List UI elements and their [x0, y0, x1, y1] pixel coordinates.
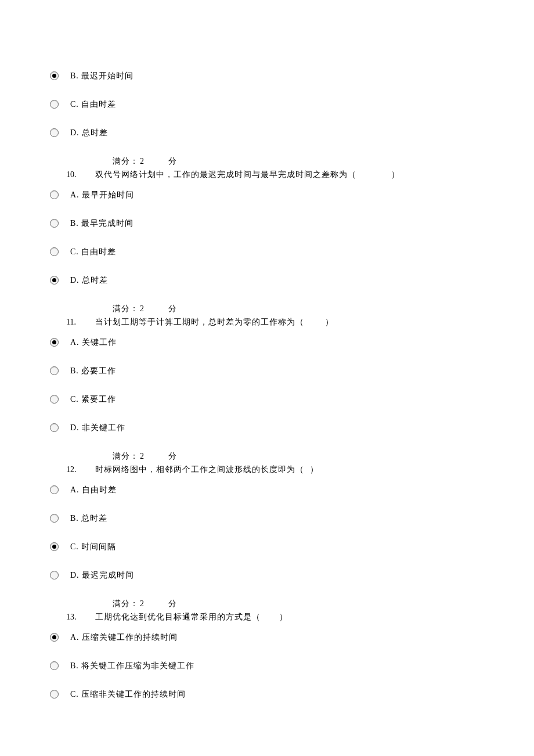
option-row: B. 最迟开始时间 — [50, 70, 484, 82]
radio-button[interactable] — [50, 276, 59, 285]
option-text: B. 总时差 — [63, 512, 107, 524]
question-options: A. 最早开始时间 B. 最早完成时间 C. 自由时差 D. 总时差 — [50, 189, 484, 286]
radio-button[interactable] — [50, 571, 59, 579]
radio-button[interactable] — [50, 190, 59, 199]
option-row: C. 自由时差 — [50, 246, 484, 258]
option-text: C. 自由时差 — [63, 246, 116, 258]
option-text: A. 关键工作 — [63, 336, 117, 348]
radio-button[interactable] — [50, 71, 59, 80]
radio-button[interactable] — [50, 514, 59, 523]
option-row: C. 时间间隔 — [50, 541, 484, 553]
option-row: D. 非关键工作 — [50, 422, 484, 434]
radio-button[interactable] — [50, 395, 59, 404]
radio-button[interactable] — [50, 100, 59, 109]
option-row: B. 最早完成时间 — [50, 217, 484, 229]
radio-button[interactable] — [50, 542, 59, 551]
radio-button[interactable] — [50, 338, 59, 347]
option-row: B. 总时差 — [50, 512, 484, 524]
question-text: 11.当计划工期等于计算工期时，总时差为零的工作称为（） — [50, 316, 484, 328]
option-row: D. 最迟完成时间 — [50, 569, 484, 581]
question-text: 10.双代号网络计划中，工作的最迟完成时间与最早完成时间之差称为（） — [50, 168, 484, 181]
option-text: A. 自由时差 — [63, 484, 117, 496]
option-row: C. 紧要工作 — [50, 393, 484, 405]
option-row: B. 必要工作 — [50, 365, 484, 377]
score-line: 满分：2分 — [50, 155, 484, 167]
option-row: D. 总时差 — [50, 127, 484, 139]
radio-button[interactable] — [50, 485, 59, 494]
option-text: B. 最早完成时间 — [63, 217, 134, 229]
option-row: C. 压缩非关键工作的持续时间 — [50, 688, 484, 700]
radio-button[interactable] — [50, 690, 59, 699]
radio-button[interactable] — [50, 366, 59, 375]
option-text: D. 总时差 — [63, 274, 108, 286]
option-row: A. 自由时差 — [50, 484, 484, 496]
radio-button[interactable] — [50, 661, 59, 670]
question-options: A. 压缩关键工作的持续时间 B. 将关键工作压缩为非关键工作 C. 压缩非关键… — [50, 631, 484, 700]
option-row: C. 自由时差 — [50, 98, 484, 110]
exam-page: B. 最迟开始时间 C. 自由时差 D. 总时差 满分：2分 10.双代号网络计… — [0, 0, 534, 751]
score-line: 满分：2分 — [50, 450, 484, 462]
option-text: C. 压缩非关键工作的持续时间 — [63, 688, 186, 700]
question-options: A. 关键工作 B. 必要工作 C. 紧要工作 D. 非关键工作 — [50, 336, 484, 434]
option-row: D. 总时差 — [50, 274, 484, 286]
option-text: D. 总时差 — [63, 127, 108, 139]
option-text: C. 紧要工作 — [63, 393, 116, 405]
radio-button[interactable] — [50, 423, 59, 432]
option-row: A. 关键工作 — [50, 336, 484, 348]
score-line: 满分：2分 — [50, 597, 484, 610]
radio-button[interactable] — [50, 128, 59, 137]
question-text: 13.工期优化达到优化目标通常采用的方式是（） — [50, 611, 484, 623]
option-text: B. 将关键工作压缩为非关键工作 — [63, 660, 194, 672]
option-text: A. 压缩关键工作的持续时间 — [63, 631, 178, 643]
radio-button[interactable] — [50, 247, 59, 256]
option-text: C. 自由时差 — [63, 98, 116, 110]
option-row: A. 压缩关键工作的持续时间 — [50, 631, 484, 643]
option-row: B. 将关键工作压缩为非关键工作 — [50, 660, 484, 672]
prelude-options: B. 最迟开始时间 C. 自由时差 D. 总时差 — [50, 70, 484, 139]
radio-button[interactable] — [50, 219, 59, 228]
option-text: A. 最早开始时间 — [63, 189, 134, 201]
option-text: B. 必要工作 — [63, 365, 116, 377]
option-text: D. 非关键工作 — [63, 422, 125, 434]
option-text: C. 时间间隔 — [63, 541, 116, 553]
option-text: B. 最迟开始时间 — [63, 70, 134, 82]
score-line: 满分：2分 — [50, 303, 484, 315]
question-text: 12.时标网络图中，相邻两个工作之间波形线的长度即为（） — [50, 463, 484, 476]
question-options: A. 自由时差 B. 总时差 C. 时间间隔 D. 最迟完成时间 — [50, 484, 484, 581]
option-row: A. 最早开始时间 — [50, 189, 484, 201]
option-text: D. 最迟完成时间 — [63, 569, 134, 581]
radio-button[interactable] — [50, 633, 59, 642]
